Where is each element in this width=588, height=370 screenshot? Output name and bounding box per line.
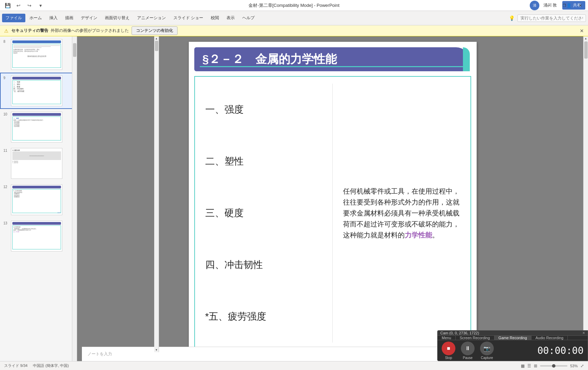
tab-draw[interactable]: 描画 — [62, 14, 77, 22]
lightbulb-icon: 💡 — [509, 15, 515, 21]
list-item: 三、硬度 — [205, 207, 322, 220]
capture-button[interactable]: 📷 Capture — [480, 342, 494, 360]
slide-panel: 8 金属的塑性变形、在外形变化的同时，通化 形状会发生变化，通常晶粒会结合方式发… — [0, 36, 77, 361]
stop-button[interactable]: ■ Stop — [442, 342, 455, 360]
title-underline — [200, 66, 463, 67]
warning-icon: ⚠ — [4, 28, 9, 34]
window-title: 金材-第二章[Compatibility Mode] - PowerPoint — [248, 2, 339, 9]
slide-number: 8 — [3, 39, 9, 44]
zoom-slider[interactable] — [540, 365, 567, 367]
fit-window-icon[interactable]: ⤢ — [580, 363, 584, 368]
pause-label: Pause — [463, 356, 473, 360]
slide-number: 10 — [3, 112, 9, 116]
slide-number: 12 — [3, 184, 9, 189]
tab-review[interactable]: 校閲 — [207, 14, 222, 22]
tab-file[interactable]: ファイル — [2, 14, 25, 22]
tab-game-recording[interactable]: Game Recording — [494, 336, 531, 340]
slide-number: 11 — [3, 148, 9, 152]
slide-content-box: 一、强度 二、塑性 三、硬度 四、冲击韧性 *五、疲劳强度 任何机械零件或工具，… — [194, 76, 471, 350]
list-item: 四、冲击韧性 — [205, 258, 322, 271]
security-bar: ⚠ セキュリティの警告 外部の画像への参照がブロックされました コンテンツの有効… — [0, 25, 588, 36]
view-outline-icon[interactable]: ☰ — [527, 363, 531, 368]
slide-item[interactable]: 11 2.1塑性试样 ═══════════════ d—原始直径L—标距长度 — [0, 145, 77, 182]
window-controls: ─ ❐ ✕ — [541, 0, 588, 11]
scrollbar-thumb — [155, 41, 158, 51]
right-scrollbar[interactable]: ▲ ▼ ▲ ▼ — [583, 36, 588, 361]
undo-button[interactable]: ↩ — [14, 1, 23, 10]
capture-icon: 📷 — [480, 342, 494, 355]
slide-thumbnail: (1) 强度指标 · 屈服强度——金属材料在外力到达某— 值后，变形继续增大而外… — [11, 221, 62, 251]
slide-canvas: §２－２ 金属的力学性能 一、强度 二、塑性 三、硬度 四、冲击韧性 *五、疲劳… — [189, 42, 477, 356]
tab-menu[interactable]: Menu — [438, 336, 456, 340]
tab-design[interactable]: デザイン — [77, 14, 101, 22]
user-avatar: 涌 — [530, 1, 539, 10]
slide-thumbnail: 2. 力-伸长曲线 · 弹性变形阶段 · 屈服阶段 · 强化阶段 · 缩颈阶段 … — [11, 184, 62, 215]
tab-animations[interactable]: アニメーション — [134, 14, 169, 22]
security-text: セキュリティの警告 外部の画像への参照がブロックされました — [11, 28, 129, 34]
slide-number: 13 — [3, 221, 9, 225]
tab-insert[interactable]: 挿入 — [46, 14, 61, 22]
description-text: 任何机械零件或工具，在使用过程中，往往要受到各种形式外力的作用，这就要求金属材料… — [343, 187, 460, 239]
view-normal-icon[interactable]: ▦ — [521, 363, 525, 368]
security-close-button[interactable]: ✕ — [580, 28, 584, 34]
canvas-area: ▲ ▼ §２－２ 金属的力学性能 一、强度 二、塑性 三、硬度 四、冲击韧性 — [77, 36, 588, 361]
status-bar: スライド 9/34 中国語 (簡体字, 中国) ▦ ☰ ⊞ 53% ⤢ — [0, 361, 588, 370]
view-slide-icon[interactable]: ⊞ — [534, 363, 537, 368]
slide-item[interactable]: 10 一、强度 强度——金属在静载荷作用下不被破坏的抵抗能力 · 抗拉强度 · … — [0, 109, 77, 145]
tab-help[interactable]: ヘルプ — [239, 14, 258, 22]
slide-thumbnail: 一、强度 二、塑性 三、硬度 四、冲击韧性 *五、疲劳强度 — [11, 75, 62, 106]
main-area: 8 金属的塑性变形、在外形变化的同时，通化 形状会发生变化，通常晶粒会结合方式发… — [0, 36, 588, 361]
recording-widget-body: ■ Stop ⏸ Pause 📷 Capture 00:00:00 — [438, 340, 588, 361]
slide-item[interactable]: 12 2. 力-伸长曲线 · 弹性变形阶段 · 屈服阶段 · 强化阶段 · 缩颈… — [0, 182, 77, 218]
close-button[interactable]: ✕ — [572, 0, 588, 11]
title-bar: 💾 ↩ ↪ ▾ 金材-第二章[Compatibility Mode] - Pow… — [0, 0, 588, 11]
tab-home[interactable]: ホーム — [26, 14, 45, 22]
tab-slideshow[interactable]: スライド ショー — [170, 14, 207, 22]
notes-placeholder: ノートを入力 — [87, 351, 112, 357]
slide-description: 任何机械零件或工具，在使用过程中，往往要受到各种形式外力的作用，这就要求金属材料… — [343, 84, 460, 343]
restore-button[interactable]: ❐ — [556, 0, 572, 11]
ribbon-search: 💡 — [509, 14, 586, 22]
left-scrollbar[interactable]: ▲ ▼ — [154, 36, 159, 352]
zoom-level: 53% — [570, 364, 578, 368]
slide-item[interactable]: 8 金属的塑性变形、在外形变化的同时，通化 形状会发生变化，通常晶粒会结合方式发… — [0, 36, 77, 73]
capture-label: Capture — [481, 356, 493, 360]
slide-title: §２－２ 金属的力学性能 — [203, 51, 337, 67]
highlight-text: 力学性能 — [405, 231, 432, 239]
slide-thumbnail: 一、强度 强度——金属在静载荷作用下不被破坏的抵抗能力 · 抗拉强度 · 抗压强… — [11, 112, 62, 143]
recording-widget-header: Cam (0, 0, 2736, 1722) × — [438, 331, 588, 336]
list-item: 二、塑性 — [205, 155, 322, 168]
redo-button[interactable]: ↪ — [25, 1, 34, 10]
list-item: *五、疲劳强度 — [205, 310, 322, 323]
enable-content-button[interactable]: コンテンツの有効化 — [132, 26, 177, 35]
slide-info: スライド 9/34 — [4, 363, 27, 368]
pause-icon: ⏸ — [461, 342, 475, 355]
scrollbar-thumb — [584, 41, 588, 59]
list-item: 一、强度 — [205, 103, 322, 116]
pause-button[interactable]: ⏸ Pause — [461, 342, 475, 360]
tab-transitions[interactable]: 画面切り替え — [101, 14, 133, 22]
description-end: 。 — [432, 231, 439, 239]
tab-audio-recording[interactable]: Audio Recording — [531, 336, 568, 340]
stop-label: Stop — [445, 356, 452, 360]
slide-title-bar: §２－２ 金属的力学性能 — [194, 47, 470, 71]
slide-thumbnail: 金属的塑性变形、在外形变化的同时，通化 形状会发生变化，通常晶粒会结合方式发 现… — [11, 39, 62, 70]
slide-item[interactable]: 13 (1) 强度指标 · 屈服强度——金属材料在外力到达某— 值后，变形继续增… — [0, 218, 77, 254]
save-button[interactable]: 💾 — [3, 1, 12, 10]
customize-button[interactable]: ▾ — [36, 1, 45, 10]
tab-screen-recording[interactable]: Screen Recording — [456, 336, 494, 340]
recording-widget-tabs: Menu Screen Recording Game Recording Aud… — [438, 336, 588, 340]
slide-number: 9 — [3, 75, 9, 80]
corner-decoration — [463, 47, 470, 71]
slide-item[interactable]: 9 一、强度 二、塑性 三、硬度 四、冲击韧性 *五、疲劳强度 — [0, 73, 77, 109]
status-right: ▦ ☰ ⊞ 53% ⤢ — [521, 363, 584, 368]
tab-view[interactable]: 表示 — [223, 14, 238, 22]
minimize-button[interactable]: ─ — [541, 0, 556, 11]
search-input[interactable] — [517, 14, 586, 22]
recording-widget-close-button[interactable]: × — [583, 331, 585, 335]
scrollbar-thumb — [73, 43, 76, 57]
divider — [332, 84, 333, 343]
language-info: 中国語 (簡体字, 中国) — [33, 363, 69, 368]
panel-scrollbar[interactable] — [72, 36, 77, 361]
ribbon: ファイル ホーム 挿入 描画 デザイン 画面切り替え アニメーション スライド … — [0, 11, 588, 25]
